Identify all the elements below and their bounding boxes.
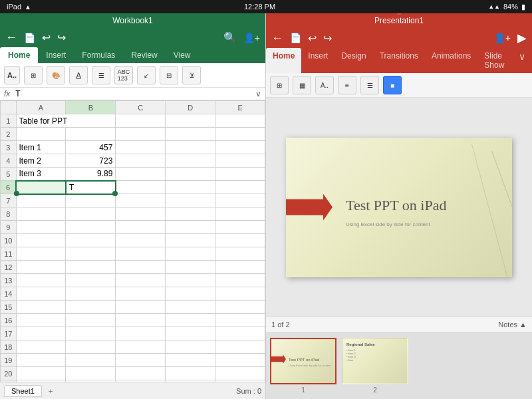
- ppt-doc-icon[interactable]: 📄: [290, 33, 301, 43]
- col-header-d[interactable]: D: [166, 101, 215, 114]
- excel-profile-icon[interactable]: 👤+: [243, 33, 260, 43]
- cell-a3[interactable]: Item 1: [16, 141, 66, 154]
- excel-tab-view[interactable]: View: [166, 47, 199, 63]
- slide-main-area: Test PPT on iPad Using Excel side by sid…: [266, 98, 532, 317]
- excel-tab-home[interactable]: Home: [0, 47, 38, 63]
- ppt-back-icon[interactable]: ←: [271, 31, 283, 45]
- thumb2-title: Regional Sales: [346, 342, 404, 346]
- table-row: 9: [1, 221, 265, 234]
- cell-e6[interactable]: [215, 181, 265, 194]
- cell-b5[interactable]: 9.89: [66, 168, 116, 181]
- cell-d1[interactable]: [166, 114, 215, 128]
- font-color-btn[interactable]: A: [69, 66, 88, 84]
- cell-b4[interactable]: 723: [66, 154, 116, 168]
- ppt-list-btn[interactable]: ≡: [338, 76, 356, 94]
- merge-btn[interactable]: ⊞: [24, 66, 43, 84]
- ppt-font-btn[interactable]: A..: [315, 76, 334, 94]
- cell-e1[interactable]: [215, 114, 265, 128]
- excel-nav-icons: ← 📄 ↩ ↪: [5, 31, 66, 45]
- fill-color-btn[interactable]: 🎨: [47, 66, 65, 84]
- cell-b2[interactable]: [66, 128, 116, 141]
- ppt-title-dot: [396, 13, 402, 15]
- row-header-4: 4: [1, 154, 17, 168]
- ppt-tab-home[interactable]: Home: [266, 48, 301, 73]
- ppt-tab-slideshow[interactable]: Slide Show: [477, 48, 512, 73]
- cell-a1[interactable]: Table for PPT: [16, 114, 116, 128]
- cell-e2[interactable]: [215, 128, 265, 141]
- cell-d6[interactable]: [166, 181, 215, 194]
- excel-search-icon[interactable]: 🔍: [223, 31, 237, 44]
- ppt-redo-icon[interactable]: ↪: [323, 32, 332, 45]
- slide-thumbnails: Test PPT on iPad Using Excel side by sid…: [266, 332, 532, 399]
- ppt-nav-tabs: Home Insert Design Transitions Animation…: [266, 48, 532, 73]
- ppt-undo-icon[interactable]: ↩: [308, 32, 317, 45]
- cell-a6[interactable]: [16, 181, 66, 194]
- excel-doc-icon[interactable]: 📄: [24, 33, 35, 43]
- ppt-right-icons: 👤+ ▶: [494, 31, 527, 45]
- ppt-table-btn[interactable]: ▦: [293, 76, 311, 94]
- add-sheet-btn[interactable]: +: [45, 387, 57, 395]
- formula-chevron[interactable]: ∨: [255, 89, 261, 98]
- align-btn[interactable]: ☰: [92, 66, 110, 84]
- cell-d3[interactable]: [166, 141, 215, 154]
- wrap-btn[interactable]: ABC123: [114, 66, 133, 84]
- cell-e5[interactable]: [215, 168, 265, 181]
- col-header-c[interactable]: C: [116, 101, 166, 114]
- border-btn[interactable]: ↙: [137, 66, 156, 84]
- ppt-shape-btn[interactable]: ■: [383, 76, 402, 94]
- ppt-profile-icon[interactable]: 👤+: [494, 33, 511, 43]
- ppt-tab-design[interactable]: Design: [334, 48, 372, 73]
- cell-c5[interactable]: [116, 168, 166, 181]
- ppt-layout-btn[interactable]: ⊞: [270, 76, 289, 94]
- ppt-tab-animations[interactable]: Animations: [425, 48, 477, 73]
- table-row: 21: [1, 380, 265, 382]
- cell-a4[interactable]: Item 2: [16, 154, 66, 168]
- thumb-arrow-1: [271, 354, 286, 364]
- excel-nav-tabs: Home Insert Formulas Review View: [0, 47, 265, 63]
- ppt-tab-more[interactable]: ∨: [512, 48, 532, 73]
- ppt-nav-icons: ← 📄 ↩ ↪: [271, 31, 332, 45]
- excel-redo-icon[interactable]: ↪: [57, 31, 66, 44]
- cell-e4[interactable]: [215, 154, 265, 168]
- cell-a5[interactable]: Item 3: [16, 168, 66, 181]
- ppt-align-btn[interactable]: ☰: [360, 76, 379, 94]
- excel-tab-review[interactable]: Review: [123, 47, 165, 63]
- col-header-e[interactable]: E: [215, 101, 265, 114]
- table-row: 11: [1, 247, 265, 261]
- excel-undo-icon[interactable]: ↩: [42, 31, 51, 44]
- table-row: 3 Item 1 457: [1, 141, 265, 154]
- cell-b6[interactable]: T: [66, 181, 116, 194]
- cell-c4[interactable]: [116, 154, 166, 168]
- cell-d5[interactable]: [166, 168, 215, 181]
- cell-a2[interactable]: [16, 128, 66, 141]
- table-btn[interactable]: ⊟: [160, 66, 178, 84]
- formula-input[interactable]: [15, 89, 255, 98]
- ppt-tab-insert[interactable]: Insert: [301, 48, 334, 73]
- notes-button[interactable]: Notes ▲: [498, 321, 527, 329]
- excel-tab-insert[interactable]: Insert: [38, 47, 74, 63]
- slide-thumbnail-2[interactable]: Regional Sales • Item 1 • Item 2 • Item …: [342, 338, 408, 384]
- cell-b3[interactable]: 457: [66, 141, 116, 154]
- filter-btn[interactable]: ⊻: [182, 66, 201, 84]
- excel-back-icon[interactable]: ←: [5, 31, 17, 45]
- table-row: 5 Item 3 9.89: [1, 168, 265, 181]
- slide-thumbnail-1[interactable]: Test PPT on iPad Using Excel side by sid…: [270, 338, 336, 384]
- ppt-tab-transitions[interactable]: Transitions: [373, 48, 425, 73]
- cell-c2[interactable]: [116, 128, 166, 141]
- col-header-a[interactable]: A: [16, 101, 66, 114]
- slide-canvas[interactable]: Test PPT on iPad Using Excel side by sid…: [286, 138, 512, 277]
- table-row: 15: [1, 301, 265, 314]
- excel-tab-formulas[interactable]: Formulas: [74, 47, 123, 63]
- ppt-play-icon[interactable]: ▶: [517, 31, 527, 45]
- cell-e3[interactable]: [215, 141, 265, 154]
- col-header-b[interactable]: B: [66, 101, 116, 114]
- sheet-tab-1[interactable]: Sheet1: [4, 385, 42, 397]
- cell-d2[interactable]: [166, 128, 215, 141]
- font-btn[interactable]: A..: [4, 66, 20, 84]
- sum-display: Sum : 0: [236, 387, 261, 395]
- excel-title: Workbook1: [112, 16, 152, 25]
- cell-d4[interactable]: [166, 154, 215, 168]
- cell-c6[interactable]: [116, 181, 166, 194]
- cell-c3[interactable]: [116, 141, 166, 154]
- cell-c1[interactable]: [116, 114, 166, 128]
